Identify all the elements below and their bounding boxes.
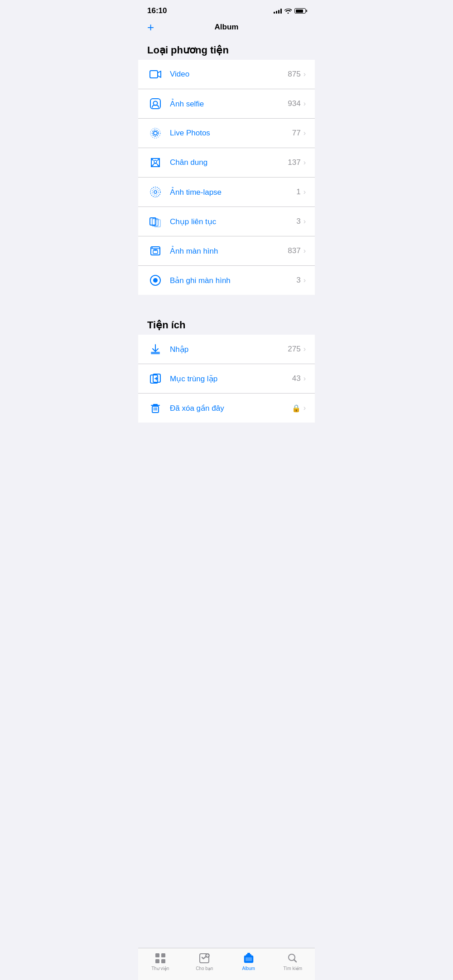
tab-bar: Thư viện Cho bạn Album [138, 948, 315, 980]
burst-label: Chụp liên tục [170, 217, 296, 226]
selfie-icon [147, 96, 164, 112]
screenshot-chevron: › [304, 247, 306, 255]
search-tab-label: Tìm kiếm [283, 966, 302, 971]
svg-point-14 [152, 247, 153, 248]
utilities-section-header: Tiện ích [138, 311, 315, 335]
utilities-list: Nhập 275 › Mục trùng lặp 43 › Đã xóa gần… [138, 335, 315, 423]
list-item-burst[interactable]: Chụp liên tục 3 › [138, 207, 315, 236]
live-photos-label: Live Photos [170, 129, 292, 138]
svg-rect-24 [161, 959, 165, 963]
import-label: Nhập [170, 345, 288, 354]
import-chevron: › [304, 345, 306, 353]
wifi-icon [284, 8, 292, 14]
duplicates-count: 43 [292, 374, 301, 383]
portrait-icon [147, 154, 164, 171]
selfie-chevron: › [304, 100, 306, 108]
svg-rect-0 [150, 71, 158, 78]
media-types-section-header: Loại phương tiện [138, 36, 315, 60]
portrait-chevron: › [304, 159, 306, 167]
live-photos-icon [147, 125, 164, 141]
video-chevron: › [304, 70, 306, 78]
list-item-selfie[interactable]: Ảnh selfie 934 › [138, 89, 315, 119]
lock-icon: 🔒 [292, 404, 301, 413]
media-types-list: Video 875 › Ảnh selfie 934 › Live Photos… [138, 60, 315, 295]
list-item-recently-deleted[interactable]: Đã xóa gần đây 🔒 › [138, 394, 315, 423]
svg-rect-22 [161, 953, 165, 957]
selfie-label: Ảnh selfie [170, 99, 288, 109]
media-types-title: Loại phương tiện [147, 44, 229, 56]
duplicates-label: Mục trùng lặp [170, 374, 292, 384]
video-label: Video [170, 70, 288, 79]
utilities-title: Tiện ích [147, 319, 186, 331]
svg-rect-29 [247, 953, 250, 955]
svg-point-8 [152, 189, 159, 195]
for-you-tab-label: Cho bạn [196, 966, 213, 971]
nav-bar: + Album [138, 19, 315, 36]
tab-library[interactable]: Thư viện [145, 952, 176, 971]
duplicates-icon [147, 370, 164, 387]
duplicates-chevron: › [304, 375, 306, 383]
trash-icon [147, 400, 164, 416]
live-photos-chevron: › [304, 129, 306, 137]
album-tab-label: Album [242, 966, 255, 971]
svg-rect-31 [246, 957, 252, 961]
portrait-label: Chân dung [170, 158, 288, 167]
nav-title: Album [215, 23, 239, 32]
burst-count: 3 [296, 217, 300, 226]
list-item-screenshot[interactable]: Ảnh màn hình 837 › [138, 236, 315, 266]
tab-search[interactable]: Tìm kiếm [277, 952, 308, 971]
live-photos-count: 77 [292, 129, 301, 138]
svg-point-3 [154, 131, 157, 135]
status-bar: 16:10 [138, 0, 315, 19]
timelapse-icon [147, 184, 164, 200]
timelapse-count: 1 [296, 187, 300, 197]
signal-bars-icon [274, 8, 282, 14]
import-icon [147, 341, 164, 357]
for-you-tab-icon [198, 952, 211, 965]
tab-album[interactable]: Album [233, 952, 265, 971]
svg-point-7 [150, 187, 160, 197]
video-count: 875 [288, 70, 300, 79]
section-gap [138, 295, 315, 311]
svg-point-17 [153, 278, 158, 283]
burst-chevron: › [304, 217, 306, 226]
screen-record-label: Bản ghi màn hình [170, 276, 296, 285]
list-item-portrait[interactable]: Chân dung 137 › [138, 148, 315, 178]
status-icons [274, 8, 306, 14]
add-album-button[interactable]: + [147, 20, 154, 34]
search-tab-icon [286, 952, 299, 965]
screenshot-count: 837 [288, 246, 300, 255]
library-tab-icon [154, 952, 167, 965]
status-time: 16:10 [147, 6, 167, 15]
screenshot-icon [147, 243, 164, 259]
import-count: 275 [288, 345, 300, 354]
selfie-count: 934 [288, 99, 300, 108]
svg-rect-23 [155, 959, 159, 963]
screen-record-icon [147, 272, 164, 288]
list-item-video[interactable]: Video 875 › [138, 60, 315, 89]
screen-record-chevron: › [304, 276, 306, 284]
tab-for-you[interactable]: Cho bạn [188, 952, 220, 971]
screen-record-count: 3 [296, 276, 300, 285]
timelapse-chevron: › [304, 188, 306, 196]
svg-point-6 [154, 160, 157, 163]
burst-icon [147, 213, 164, 230]
list-item-timelapse[interactable]: Ảnh time-lapse 1 › [138, 178, 315, 207]
list-item-import[interactable]: Nhập 275 › [138, 335, 315, 364]
list-item-live-photos[interactable]: Live Photos 77 › [138, 119, 315, 148]
video-icon [147, 66, 164, 82]
svg-rect-15 [153, 250, 158, 254]
recently-deleted-chevron: › [304, 404, 306, 412]
screenshot-label: Ảnh màn hình [170, 246, 288, 256]
portrait-count: 137 [288, 158, 300, 167]
recently-deleted-label: Đã xóa gần đây [170, 404, 292, 413]
list-item-duplicates[interactable]: Mục trùng lặp 43 › [138, 364, 315, 394]
svg-point-9 [154, 191, 157, 193]
library-tab-label: Thư viện [151, 966, 169, 971]
battery-icon [294, 8, 306, 14]
list-item-screen-record[interactable]: Bản ghi màn hình 3 › [138, 266, 315, 295]
timelapse-label: Ảnh time-lapse [170, 187, 296, 197]
album-tab-icon [242, 952, 255, 965]
